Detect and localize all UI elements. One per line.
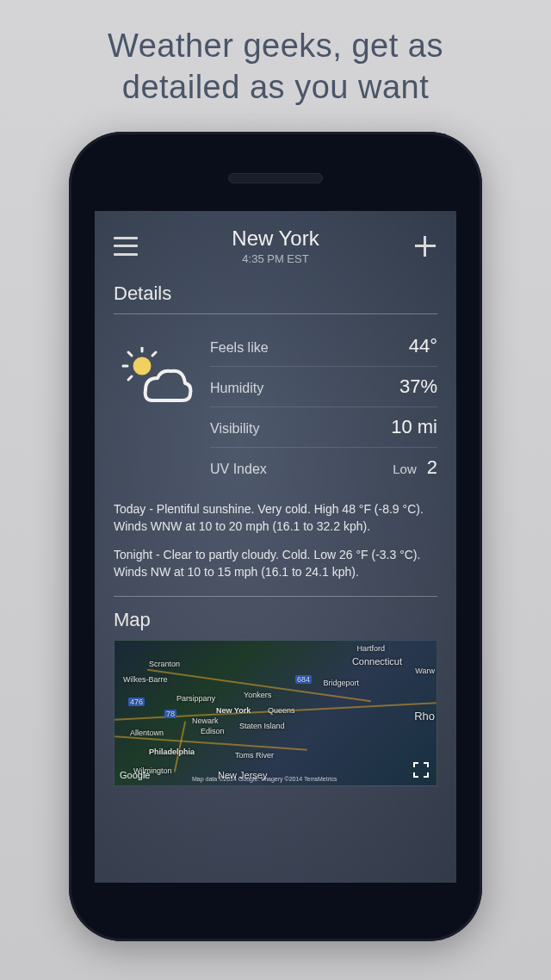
detail-value: 44° <box>409 335 437 357</box>
map-place: Warw <box>415 667 435 675</box>
add-location-icon[interactable] <box>413 234 437 258</box>
map-place: Wilkes-Barre <box>123 675 168 684</box>
details-rows: Feels like 44° Humidity 37% Visibility 1… <box>210 326 437 487</box>
map-place: Rho <box>414 710 435 723</box>
promo-line2: detailed as you want <box>122 69 429 105</box>
phone-speaker <box>228 173 323 183</box>
divider <box>114 596 437 597</box>
map-place: Newark <box>192 716 219 725</box>
map-place: Hartford <box>356 644 385 653</box>
map-place: Parsippany <box>176 694 215 703</box>
map-place: Toms River <box>235 751 274 760</box>
detail-value: 2 <box>427 456 437 479</box>
detail-row-humidity: Humidity 37% <box>210 367 437 407</box>
map-place: Queens <box>268 706 295 715</box>
map-place: Connecticut <box>352 656 402 667</box>
expand-map-icon[interactable] <box>412 761 430 778</box>
map-place: Staten Island <box>239 722 285 730</box>
svg-line-6 <box>152 352 156 356</box>
svg-line-5 <box>128 352 132 356</box>
detail-label: Feels like <box>210 340 269 356</box>
map-place: Edison <box>201 727 225 735</box>
promo-line1: Weather geeks, get as <box>108 28 443 64</box>
divider <box>114 313 437 314</box>
map-attribution: Map data ©2014 Google. Imagery ©2014 Ter… <box>192 776 337 782</box>
map-place: Bridgeport <box>323 679 359 687</box>
phone-frame: New York 4:35 PM EST Details <box>69 132 482 941</box>
map-place: New York <box>216 706 251 715</box>
weather-map[interactable]: Hartford Connecticut Scranton Wilkes-Bar… <box>114 640 437 786</box>
promo-title: Weather geeks, get as detailed as you wa… <box>108 26 443 108</box>
map-route: 78 <box>164 710 176 718</box>
weather-icon-col <box>114 326 200 487</box>
uv-level: Low <box>393 462 417 476</box>
map-place: Philadelphia <box>149 747 195 756</box>
map-section-title: Map <box>114 609 437 631</box>
detail-label: Humidity <box>210 381 263 396</box>
location-block[interactable]: New York 4:35 PM EST <box>232 226 319 265</box>
top-bar: New York 4:35 PM EST <box>114 226 437 265</box>
detail-row-feels-like: Feels like 44° <box>210 326 437 367</box>
forecast-today: Today - Plentiful sunshine. Very cold. H… <box>114 501 437 535</box>
details-section-title: Details <box>114 282 437 305</box>
detail-value: 37% <box>399 375 437 398</box>
detail-row-uv-index: UV Index Low 2 <box>210 448 437 487</box>
map-route: 684 <box>295 675 312 684</box>
detail-label: UV Index <box>210 462 267 477</box>
svg-line-7 <box>128 376 132 380</box>
forecast-tonight: Tonight - Clear to partly cloudy. Cold. … <box>114 547 437 580</box>
detail-label: Visibility <box>210 421 260 437</box>
map-route: 476 <box>128 698 145 706</box>
svg-point-0 <box>134 358 150 374</box>
map-place: Scranton <box>149 660 180 668</box>
location-time: 4:35 PM EST <box>232 252 319 265</box>
details-grid: Feels like 44° Humidity 37% Visibility 1… <box>114 326 437 487</box>
partly-cloudy-icon <box>120 347 194 412</box>
detail-value: 10 mi <box>391 416 437 438</box>
menu-icon[interactable] <box>114 237 138 256</box>
app-screen: New York 4:35 PM EST Details <box>95 211 456 883</box>
detail-row-visibility: Visibility 10 mi <box>210 407 437 448</box>
location-name: New York <box>232 226 319 251</box>
map-provider-logo: Google <box>120 770 150 780</box>
map-place: Yonkers <box>244 691 271 699</box>
map-place: Allentown <box>130 729 164 737</box>
